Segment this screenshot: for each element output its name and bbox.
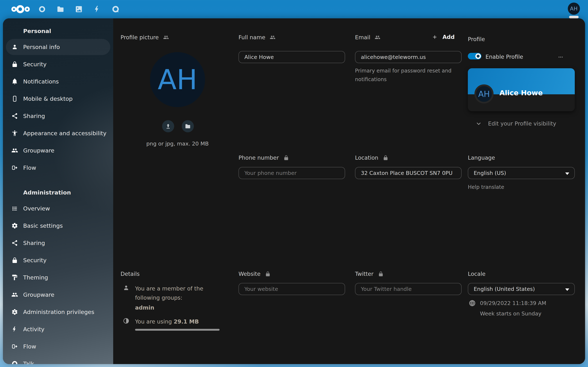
edit-profile-visibility[interactable]: Edit your Profile visibility	[476, 120, 556, 127]
app-menu	[38, 0, 120, 18]
profile-preview-card[interactable]: AH Alice Howe	[468, 68, 575, 111]
scope-lock-icon[interactable]	[265, 271, 271, 277]
sidebar-item-label: Theming	[23, 274, 48, 281]
email-input[interactable]	[355, 51, 462, 63]
photos-icon[interactable]	[75, 5, 83, 13]
groups-row: You are a member of the following groups…	[123, 284, 223, 302]
sidebar-item-admin-sharing[interactable]: Sharing	[6, 235, 110, 251]
sidebar-item-talk[interactable]: Talk	[6, 356, 110, 364]
sidebar-item-label: Flow	[23, 164, 36, 171]
sidebar-item-basic-settings[interactable]: Basic settings	[6, 218, 110, 234]
sidebar-item-groupware[interactable]: Groupware	[6, 142, 110, 158]
twitter-input[interactable]	[355, 283, 462, 295]
sidebar-item-label: Security	[23, 61, 46, 67]
full-name-input[interactable]	[239, 51, 345, 63]
location-input[interactable]	[355, 167, 462, 179]
sidebar-item-overview[interactable]: Overview	[6, 200, 110, 217]
quota-text: You are using 29.1 MB	[135, 317, 199, 326]
upload-icon	[165, 123, 171, 129]
bell-icon	[11, 78, 18, 85]
enable-profile-label: Enable Profile	[485, 54, 523, 60]
sidebar-item-sharing[interactable]: Sharing	[6, 108, 110, 124]
locale-datetime-row: 09/29/2022 11:18:39 AM	[468, 300, 546, 307]
website-label: Website	[239, 271, 271, 277]
chevron-down-icon	[476, 121, 482, 127]
choose-from-files-button[interactable]	[182, 120, 194, 132]
sidebar-item-admin-groupware[interactable]: Groupware	[6, 287, 110, 303]
top-bar: AH	[0, 0, 588, 18]
scope-lock-icon[interactable]	[378, 271, 384, 277]
sidebar-item-label: Talk	[23, 360, 34, 364]
talk-icon[interactable]	[112, 5, 120, 13]
users-icon	[11, 147, 18, 154]
locale-label: Locale	[468, 271, 485, 277]
scope-contacts-icon[interactable]	[163, 34, 169, 40]
sidebar-item-label: Mobile & desktop	[23, 95, 73, 102]
locale-select[interactable]: English (United States)	[468, 283, 575, 295]
sidebar-item-label: Groupware	[23, 147, 54, 154]
phone-label: Phone number	[239, 155, 289, 161]
lock-icon	[11, 257, 18, 264]
profile-card-avatar: AH	[475, 84, 493, 103]
sidebar-heading-administration: Administration	[3, 188, 113, 197]
scope-lock-icon[interactable]	[383, 155, 389, 161]
share-icon	[11, 113, 18, 119]
sidebar-item-label: Sharing	[23, 113, 45, 119]
dashboard-icon[interactable]	[38, 5, 46, 13]
week-start-row: Week starts on Sunday	[480, 310, 541, 317]
language-select[interactable]: English (US)	[468, 167, 575, 179]
nextcloud-logo[interactable]	[11, 5, 35, 13]
app-panel: Personal Personal info Security Notifica…	[3, 18, 585, 364]
quota-icon	[123, 317, 130, 324]
lightning-icon	[11, 326, 18, 333]
avatar-hint: png or jpg, max. 20 MB	[122, 141, 233, 147]
files-icon[interactable]	[56, 5, 64, 13]
scope-contacts-icon[interactable]	[375, 34, 380, 40]
sidebar-item-mobile-desktop[interactable]: Mobile & desktop	[6, 91, 110, 107]
sidebar-item-label: Flow	[23, 343, 36, 350]
sidebar-item-label: Appearance and accessibility	[23, 130, 106, 136]
list-icon	[11, 205, 18, 212]
phone-input[interactable]	[239, 167, 345, 179]
user-gear-icon	[11, 309, 18, 315]
group-name-row: admin	[135, 303, 154, 312]
help-translate-link[interactable]: Help translate	[468, 183, 504, 192]
sidebar-item-notifications[interactable]: Notifications	[6, 73, 110, 90]
sidebar-item-label: Security	[23, 257, 46, 264]
sidebar-item-activity[interactable]: Activity	[6, 321, 110, 337]
sidebar-item-theming[interactable]: Theming	[6, 269, 110, 285]
share-icon	[11, 240, 18, 246]
add-email-button[interactable]: Add	[432, 34, 455, 40]
sidebar-item-appearance[interactable]: Appearance and accessibility	[6, 125, 110, 141]
user-avatar[interactable]: AH	[568, 3, 580, 15]
website-input[interactable]	[239, 283, 345, 295]
email-actions-icon[interactable]	[556, 54, 565, 60]
twitter-label: Twitter	[355, 271, 384, 277]
profile-picture-avatar: AH	[150, 52, 205, 107]
sidebar-item-admin-flow[interactable]: Flow	[6, 338, 110, 355]
sidebar-item-label: Overview	[23, 205, 50, 212]
week-start-text: Week starts on Sunday	[480, 310, 541, 317]
upload-avatar-button[interactable]	[162, 120, 174, 132]
sidebar-item-personal-info[interactable]: Personal info	[6, 39, 110, 55]
flow-icon	[11, 164, 18, 171]
sidebar-item-label: Sharing	[23, 240, 45, 246]
flow-icon	[11, 343, 18, 350]
scope-lock-icon[interactable]	[283, 155, 289, 161]
sidebar-item-admin-security[interactable]: Security	[6, 252, 110, 268]
activity-icon[interactable]	[93, 5, 101, 13]
user-icon	[11, 44, 18, 50]
full-name-label: Full name	[239, 34, 276, 41]
sidebar-heading-personal: Personal	[3, 26, 113, 36]
sidebar-item-admin-privileges[interactable]: Administration privileges	[6, 304, 110, 320]
sidebar-item-security[interactable]: Security	[6, 56, 110, 72]
sidebar-item-flow[interactable]: Flow	[6, 160, 110, 176]
sidebar-item-label: Basic settings	[23, 222, 63, 229]
quota-progress-bar	[135, 329, 220, 331]
language-label: Language	[468, 155, 495, 161]
scope-contacts-icon[interactable]	[270, 34, 276, 40]
users-icon	[11, 292, 18, 298]
folder-icon	[185, 123, 191, 129]
enable-profile-toggle[interactable]	[468, 53, 481, 59]
sidebar-item-label: Personal info	[23, 44, 60, 50]
